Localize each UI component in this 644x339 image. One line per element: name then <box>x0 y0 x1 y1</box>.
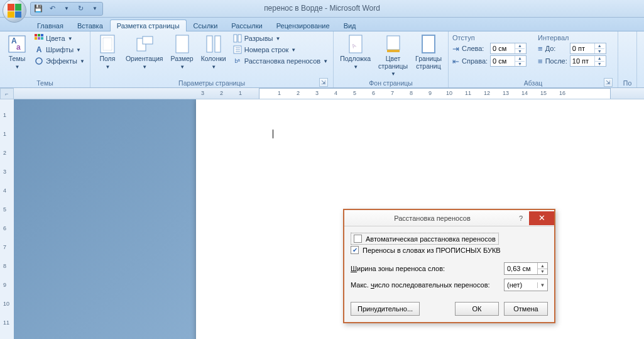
limit-label: Макс. число последовательных переносов: <box>351 281 490 289</box>
undo-button[interactable]: ↶ <box>47 4 57 14</box>
colors-icon <box>34 33 44 43</box>
zone-input[interactable]: ▲▼ <box>504 262 548 275</box>
tab-review[interactable]: Рецензирование <box>270 19 337 31</box>
indent-right-label: Справа: <box>462 57 488 65</box>
orientation-icon <box>134 34 155 54</box>
paragraph-launcher[interactable]: ⇲ <box>604 78 613 87</box>
save-button[interactable]: 💾 <box>33 4 43 14</box>
ribbon: Aa Темы ▼ Цвета▼ A Шрифты▼ Эффекты▼ <box>0 31 644 88</box>
svg-rect-3 <box>35 34 37 36</box>
svg-rect-4 <box>38 34 40 36</box>
dialog-help-button[interactable]: ? <box>513 211 529 225</box>
dialog-close-button[interactable]: ✕ <box>529 211 554 225</box>
redo-button[interactable]: ↻ <box>75 4 85 14</box>
watermark-button[interactable]: A Подложка▼ <box>337 33 373 71</box>
vertical-ruler[interactable]: 1 1 2 3 4 5 6 7 8 9 10 11 <box>0 99 14 339</box>
space-after-label: После: <box>545 57 567 65</box>
ruler-corner[interactable]: ⌐ <box>0 88 14 99</box>
breaks-icon <box>232 33 243 43</box>
manual-button[interactable]: Принудительно... <box>351 302 420 316</box>
indent-left-input[interactable]: ▲▼ <box>490 43 527 54</box>
qat-customize[interactable]: ▼ <box>90 4 100 14</box>
hyphenation-button[interactable]: bª Расстановка переносов▼ <box>231 55 329 67</box>
group-label-page-bg: Фон страницы <box>337 78 444 87</box>
columns-icon <box>204 34 224 54</box>
limit-combo[interactable]: (нет)▼ <box>504 279 548 291</box>
auto-hyphenation-checkbox[interactable]: Автоматическая расстановка переносов <box>351 233 499 245</box>
caps-hyphenation-checkbox[interactable]: ✔ Переносы в словах из ПРОПИСНЫХ БУКВ <box>351 245 548 255</box>
title-bar: 💾 ↶ ▼ ↻ ▼ перенос в Ворде - Microsoft Wo… <box>0 0 644 18</box>
page-borders-button[interactable]: Границы страниц <box>413 33 444 71</box>
dialog-titlebar[interactable]: Расстановка переносов ? ✕ <box>344 210 554 226</box>
margins-button[interactable]: Поля▼ <box>94 33 121 71</box>
fonts-icon: A <box>34 45 44 55</box>
page-color-button[interactable]: Цвет страницы▼ <box>376 33 410 78</box>
group-themes: Aa Темы ▼ Цвета▼ A Шрифты▼ Эффекты▼ <box>0 31 90 87</box>
indent-heading: Отступ <box>452 34 527 43</box>
space-before-icon: ≡ <box>538 44 543 53</box>
svg-rect-17 <box>234 35 237 42</box>
orientation-button[interactable]: Ориентация▼ <box>123 33 166 71</box>
indent-right-input[interactable]: ▲▼ <box>490 55 527 67</box>
indent-left-icon: ⇥ <box>452 44 459 53</box>
svg-rect-14 <box>176 35 188 53</box>
page-color-icon <box>383 34 403 54</box>
space-after-icon: ≡ <box>538 57 543 66</box>
svg-text:a: a <box>16 43 21 52</box>
svg-rect-26 <box>387 50 400 52</box>
group-page-background: A Подложка▼ Цвет страницы▼ Границы стран… <box>334 31 449 87</box>
svg-rect-7 <box>38 37 40 40</box>
tab-insert[interactable]: Вставка <box>70 19 110 31</box>
space-after-input[interactable]: ▲▼ <box>570 55 606 67</box>
theme-fonts-button[interactable]: A Шрифты▼ <box>33 44 86 55</box>
text-cursor <box>273 130 273 138</box>
svg-rect-27 <box>422 35 435 53</box>
svg-rect-15 <box>207 36 212 52</box>
cancel-button[interactable]: Отмена <box>504 302 548 316</box>
group-label-themes: Темы <box>4 78 86 87</box>
indent-left-label: Слева: <box>462 45 488 52</box>
chevron-down-icon: ▼ <box>15 64 20 70</box>
group-page-setup: Поля▼ Ориентация▼ Размер▼ Колонки▼ Разры… <box>90 31 334 87</box>
group-label-page-setup: Параметры страницы ⇲ <box>94 78 329 87</box>
group-arrange: По <box>618 31 637 87</box>
margins-icon <box>97 34 117 54</box>
spacing-heading: Интервал <box>538 34 606 43</box>
columns-button[interactable]: Колонки▼ <box>199 33 229 71</box>
tab-home[interactable]: Главная <box>30 19 70 31</box>
group-paragraph: Отступ ⇥ Слева: ▲▼ ⇤ Справа: ▲▼ Интервал… <box>449 31 618 87</box>
window-title: перенос в Ворде - Microsoft Word <box>264 4 380 13</box>
horizontal-ruler[interactable]: 3 2 1 1 2 3 4 5 6 7 8 9 10 11 12 13 14 1… <box>14 88 644 99</box>
line-numbers-button[interactable]: Номера строк▼ <box>231 44 329 55</box>
watermark-text: FREE-OFFICE.NET <box>568 329 639 336</box>
svg-rect-5 <box>41 34 43 36</box>
svg-point-9 <box>36 58 42 64</box>
effects-icon <box>34 56 44 66</box>
tab-references[interactable]: Ссылки <box>187 19 225 31</box>
tab-page-layout[interactable]: Разметка страницы <box>110 19 187 31</box>
svg-rect-18 <box>238 35 241 42</box>
ok-button[interactable]: ОК <box>455 302 499 316</box>
breaks-button[interactable]: Разрывы▼ <box>231 33 329 44</box>
line-numbers-icon <box>232 45 243 55</box>
theme-effects-button[interactable]: Эффекты▼ <box>33 55 86 67</box>
checkbox-icon <box>354 235 362 243</box>
space-before-input[interactable]: ▲▼ <box>570 43 606 54</box>
themes-button[interactable]: Aa Темы ▼ <box>4 33 30 71</box>
page-borders-icon <box>418 34 439 54</box>
themes-icon: Aa <box>7 34 27 54</box>
undo-dropdown[interactable]: ▼ <box>62 4 72 14</box>
dialog-title: Расстановка переносов <box>352 214 513 222</box>
size-button[interactable]: Размер▼ <box>168 33 196 71</box>
size-icon <box>172 34 192 54</box>
indent-right-icon: ⇤ <box>452 57 459 66</box>
checkbox-icon: ✔ <box>351 246 359 254</box>
tab-mailings[interactable]: Рассылки <box>224 19 269 31</box>
hyphenation-dialog: Расстановка переносов ? ✕ Автоматическая… <box>343 209 555 323</box>
theme-colors-button[interactable]: Цвета▼ <box>33 33 86 44</box>
tab-view[interactable]: Вид <box>337 19 363 31</box>
watermark-icon: A <box>346 34 366 54</box>
page-setup-launcher[interactable]: ⇲ <box>319 78 328 87</box>
quick-access-toolbar: 💾 ↶ ▼ ↻ ▼ <box>30 2 103 16</box>
space-before-label: До: <box>545 45 567 52</box>
